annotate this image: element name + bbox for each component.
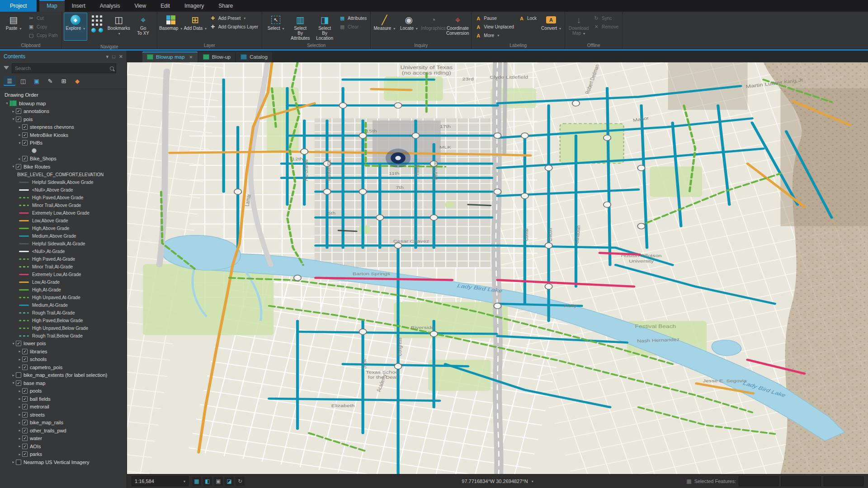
ribbon-tab-imagery[interactable]: Imagery [177, 0, 211, 12]
layer-nearmap-us-vertical-imagery[interactable]: ▸Nearmap US Vertical Imagery [2, 458, 127, 466]
list-by-selection-button[interactable]: ▣ [31, 76, 42, 86]
layer-base-map[interactable]: ▾✓base map [2, 379, 127, 387]
layer-checkbox[interactable] [16, 460, 21, 465]
map-view[interactable]: University of Texas(no access riding)Cly… [127, 62, 868, 474]
add-data-button[interactable]: ⊞Add Data ▾ [184, 13, 207, 41]
layer-pois[interactable]: ▾✓pois [2, 115, 127, 123]
layer-metrobike-kiosks[interactable]: ▸✓MetroBike Kiosks [2, 131, 127, 139]
point-symbol[interactable] [32, 148, 37, 153]
layer-aois[interactable]: ▸✓AOIs [2, 442, 127, 450]
layer-checkbox[interactable]: ✓ [22, 140, 28, 145]
statusbar-icon-4[interactable]: ↻ [236, 477, 245, 486]
expander-icon[interactable]: ▾ [5, 101, 9, 105]
close-tab-icon[interactable]: ✕ [189, 55, 193, 60]
expander-icon[interactable]: ▸ [17, 397, 22, 401]
layer-checkbox[interactable]: ✓ [22, 404, 28, 409]
map-canvas[interactable]: University of Texas(no access riding)Cly… [127, 62, 868, 474]
ribbon-tab-map[interactable]: Map [39, 0, 64, 12]
filter-icon[interactable] [4, 66, 9, 70]
layer-checkbox[interactable]: ✓ [22, 349, 28, 354]
locate-button[interactable]: ◉Locate ▾ [397, 13, 420, 41]
expander-icon[interactable]: ▸ [17, 349, 22, 353]
layer-checkbox[interactable]: ✓ [22, 132, 28, 138]
measure-button[interactable]: ╱Measure ▾ [373, 13, 396, 41]
select-by-location-button[interactable]: ◨SelectBy Location [313, 13, 336, 41]
expander-icon[interactable]: ▸ [17, 125, 22, 129]
layer-checkbox[interactable] [16, 372, 21, 378]
paste-button[interactable]: ▤Paste ▾ [2, 13, 25, 41]
layer-checkbox[interactable]: ✓ [22, 124, 28, 130]
bookmarks-button[interactable]: ◫Bookmarks ▾ [107, 13, 131, 41]
expander-icon[interactable]: ▸ [17, 413, 22, 417]
layer-lower-pois[interactable]: ▾✓lower pois [2, 340, 127, 348]
basemap-button[interactable]: Basemap ▾ [159, 13, 183, 41]
statusbar-icon-3[interactable]: ◪ [225, 477, 234, 486]
statusbar-icon-1[interactable]: ◧ [203, 477, 212, 486]
ribbon-tab-project[interactable]: Project [0, 0, 37, 12]
expander-icon[interactable]: ▸ [17, 421, 22, 425]
expander-icon[interactable]: ▸ [17, 436, 22, 441]
layer-checkbox[interactable]: ✓ [16, 117, 21, 122]
statusbar-icon-2[interactable]: ▣ [214, 477, 223, 486]
expander-icon[interactable]: ▾ [11, 164, 16, 169]
layer-bike-map-extents-for-label-selection[interactable]: ▸bike_map_extents (for label selection) [2, 371, 127, 380]
expander-icon[interactable]: ▾ [11, 342, 16, 346]
layer-streets[interactable]: ▸✓streets [2, 411, 127, 419]
expander-icon[interactable]: ▸ [17, 357, 22, 361]
navigation-shortcuts[interactable] [88, 13, 106, 43]
coordinate-conversion-button[interactable]: ⌖Coordinate Conversion [446, 13, 469, 41]
go-to-xy-button[interactable]: ⌖GoTo XY [132, 13, 155, 41]
layer-checkbox[interactable]: ✓ [16, 108, 21, 114]
add-preset-button[interactable]: ✚Add Preset▾ [208, 14, 260, 22]
list-by-editing-button[interactable]: ✎ [44, 76, 56, 86]
list-by-drawing-order-button[interactable]: ☰ [4, 76, 15, 86]
layer-bike-routes[interactable]: ▾✓Bike Routes [2, 163, 127, 171]
layer-capmetro-pois[interactable]: ▸✓capmetro_pois [2, 363, 127, 371]
layer-bike-shops[interactable]: ▸✓Bike_Shops [2, 155, 127, 163]
layer-water[interactable]: ▸✓water [2, 435, 127, 443]
layer-libraries[interactable]: ▸✓libraries [2, 347, 127, 356]
layer-bike-map-rails[interactable]: ▸✓bike_map_rails [2, 419, 127, 427]
layer-checkbox[interactable]: ✓ [22, 420, 28, 425]
select-button[interactable]: ↖Select ▾ [264, 13, 288, 41]
expander-icon[interactable]: ▸ [17, 444, 22, 448]
layer-checkbox[interactable]: ✓ [22, 444, 28, 449]
layer-phbs[interactable]: ▾✓PHBs [2, 139, 127, 147]
view-tab-catalog[interactable]: Catalog [236, 52, 272, 62]
coordinates-readout[interactable]: 97.7716834°W 30.2694827°N ▾ [462, 479, 533, 484]
scale-select[interactable]: 1:16,584 ▾ [132, 476, 189, 486]
attributes-button[interactable]: ▦Attributes [337, 14, 368, 22]
layer-parks[interactable]: ▸✓parks [2, 450, 127, 459]
layer-checkbox[interactable]: ✓ [22, 357, 28, 362]
ribbon-tab-insert[interactable]: Insert [65, 0, 93, 12]
expander-icon[interactable]: ▸ [11, 109, 16, 113]
expander-icon[interactable]: ▸ [17, 389, 22, 393]
add-graphics-layer-button[interactable]: ✚Add Graphics Layer [208, 23, 260, 31]
expander-icon[interactable]: ▸ [11, 373, 16, 377]
expander-icon[interactable]: ▸ [17, 405, 22, 409]
layer-checkbox[interactable]: ✓ [16, 380, 21, 386]
layer-metrorail[interactable]: ▸✓metrorail [2, 403, 127, 411]
expander-icon[interactable]: ▸ [17, 428, 22, 432]
map-root[interactable]: ▾blowup map [2, 99, 127, 108]
expander-icon[interactable]: ▸ [17, 365, 22, 369]
explore-button[interactable]: ◆Explore ▾ [64, 13, 87, 41]
layer-checkbox[interactable]: ✓ [22, 156, 28, 161]
layer-ball-fields[interactable]: ▸✓ball fields [2, 395, 127, 403]
view-tab-blowup-map[interactable]: Blowup map✕ [142, 52, 198, 62]
layer-annotations[interactable]: ▸✓annotations [2, 108, 127, 116]
select-by-attributes-button[interactable]: ▥SelectBy Attributes [288, 13, 312, 41]
pane-menu-icon[interactable]: ▾ [106, 54, 109, 60]
expander-icon[interactable]: ▾ [17, 141, 22, 145]
layer-checkbox[interactable]: ✓ [22, 396, 28, 402]
lock-button[interactable]: ALock [517, 14, 538, 22]
expander-icon[interactable]: ▾ [11, 381, 16, 385]
layer-checkbox[interactable]: ✓ [16, 341, 21, 346]
list-by-data-source-button[interactable]: ◫ [17, 76, 29, 86]
layer-checkbox[interactable]: ✓ [16, 164, 21, 169]
ribbon-tab-share[interactable]: Share [211, 0, 240, 12]
view-tab-blow-up[interactable]: Blow-up [198, 52, 236, 62]
search-input[interactable] [12, 63, 116, 73]
ribbon-tab-edit[interactable]: Edit [153, 0, 177, 12]
layer-checkbox[interactable]: ✓ [22, 388, 28, 394]
